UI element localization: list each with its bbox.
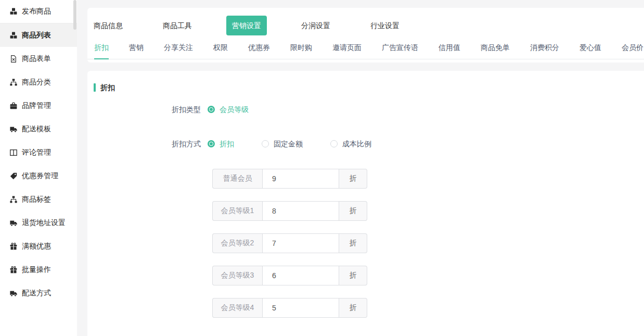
discount-mode-option-1[interactable]: 折扣 xyxy=(208,139,234,148)
discount-type-option-1[interactable]: 会员等级 xyxy=(208,105,249,114)
discount-row-4: 会员等级3折 xyxy=(212,266,367,285)
subtab-13[interactable]: 会员价 xyxy=(622,42,643,59)
main-tabs: 商品信息商品工具营销设置分润设置行业设置 xyxy=(87,8,644,31)
subtab-1[interactable]: 折扣 xyxy=(94,42,109,59)
truck-icon xyxy=(10,219,17,227)
sidebar-item-1[interactable]: 发布商品 xyxy=(0,0,77,23)
discount-unit-label: 折 xyxy=(339,201,367,221)
discount-level-label: 会员等级3 xyxy=(212,266,262,285)
truck-icon xyxy=(10,126,17,133)
tag-icon xyxy=(10,172,17,180)
subtab-8[interactable]: 广告宣传语 xyxy=(382,42,418,59)
subtab-9[interactable]: 信用值 xyxy=(439,42,460,59)
subtab-10[interactable]: 商品免单 xyxy=(481,42,510,59)
section-accent-bar xyxy=(94,83,96,92)
radio-label: 折扣 xyxy=(220,139,234,148)
discount-unit-label: 折 xyxy=(339,233,367,253)
subtab-5[interactable]: 优惠券 xyxy=(248,42,270,59)
discount-unit-label: 折 xyxy=(339,266,367,285)
sidebar-item-6[interactable]: 配送模板 xyxy=(0,117,77,141)
radio-unchecked-icon[interactable] xyxy=(262,140,269,147)
form-row-discount-mode: 折扣方式 折扣固定金额成本比例 xyxy=(87,139,644,148)
discount-value-input[interactable] xyxy=(262,298,339,318)
sidebar-item-label: 批量操作 xyxy=(22,265,51,275)
sidebar-item-10[interactable]: 退货地址设置 xyxy=(0,211,77,234)
sidebar-item-4[interactable]: 商品分类 xyxy=(0,70,77,94)
sitemap-icon xyxy=(10,196,17,203)
radio-label: 会员等级 xyxy=(220,105,249,114)
tab-1[interactable]: 商品信息 xyxy=(94,20,123,31)
briefcase-icon xyxy=(10,102,17,109)
sidebar-item-2[interactable]: 商品列表 xyxy=(0,23,77,47)
tab-5[interactable]: 行业设置 xyxy=(370,20,400,31)
sidebar-item-label: 评论管理 xyxy=(22,148,51,157)
sidebar-item-13[interactable]: 配送方式 xyxy=(0,281,77,305)
discount-value-input[interactable] xyxy=(262,266,339,285)
tabs-card: 商品信息商品工具营销设置分润设置行业设置 折扣营销分享关注权限优惠券限时购邀请页… xyxy=(87,8,644,63)
discount-type-radio-group: 会员等级 xyxy=(208,105,249,114)
sidebar-item-label: 发布商品 xyxy=(22,7,51,16)
gift-icon xyxy=(10,243,17,250)
radio-unchecked-icon[interactable] xyxy=(330,140,338,147)
radio-checked-icon[interactable] xyxy=(208,140,215,147)
discount-unit-label: 折 xyxy=(339,298,367,318)
sidebar-item-label: 优惠券管理 xyxy=(22,171,58,181)
sidebar-item-label: 商品分类 xyxy=(22,78,51,87)
sidebar-item-label: 商品标签 xyxy=(22,195,51,204)
form-row-discount-type: 折扣类型 会员等级 xyxy=(87,105,644,114)
sidebar-item-11[interactable]: 满额优惠 xyxy=(0,234,77,258)
sidebar-scrollbar-thumb[interactable] xyxy=(73,0,76,30)
discount-row-1: 普通会员折 xyxy=(212,169,367,189)
sub-tabs: 折扣营销分享关注权限优惠券限时购邀请页面广告宣传语信用值商品免单消费积分爱心值会… xyxy=(87,42,644,59)
cubes-icon xyxy=(10,32,17,39)
truck-icon xyxy=(10,290,17,297)
sidebar-item-3[interactable]: 商品表单 xyxy=(0,47,77,70)
discount-value-input[interactable] xyxy=(262,169,339,189)
sidebar-item-label: 商品表单 xyxy=(22,54,51,64)
discount-row-5: 会员等级4折 xyxy=(212,298,367,318)
radio-checked-icon[interactable] xyxy=(208,106,215,113)
discount-rows: 普通会员折会员等级1折会员等级2折会员等级3折会员等级4折 xyxy=(212,169,644,318)
discount-mode-option-2[interactable]: 固定金额 xyxy=(262,139,303,148)
discount-level-label: 会员等级1 xyxy=(212,201,262,221)
sidebar-item-5[interactable]: 品牌管理 xyxy=(0,94,77,117)
discount-mode-radio-group: 折扣固定金额成本比例 xyxy=(208,139,371,148)
radio-label: 固定金额 xyxy=(274,139,303,148)
sidebar-item-7[interactable]: 评论管理 xyxy=(0,141,77,164)
sidebar-nav: 发布商品商品列表商品表单商品分类品牌管理配送模板评论管理优惠券管理商品标签退货地… xyxy=(0,0,77,305)
sidebar-item-label: 满额优惠 xyxy=(22,242,51,251)
discount-value-input[interactable] xyxy=(262,233,339,253)
subtab-2[interactable]: 营销 xyxy=(129,42,144,59)
discount-unit-label: 折 xyxy=(339,169,367,189)
sidebar-item-12[interactable]: 批量操作 xyxy=(0,258,77,281)
discount-row-2: 会员等级1折 xyxy=(212,201,367,221)
discount-row-3: 会员等级2折 xyxy=(212,233,367,253)
subtab-12[interactable]: 爱心值 xyxy=(579,42,601,59)
sidebar-item-9[interactable]: 商品标签 xyxy=(0,188,77,211)
subtab-3[interactable]: 分享关注 xyxy=(164,42,193,59)
subtab-11[interactable]: 消费积分 xyxy=(530,42,559,59)
sidebar-item-label: 配送模板 xyxy=(22,125,51,134)
discount-level-label: 会员等级4 xyxy=(212,298,262,318)
discount-level-label: 普通会员 xyxy=(212,169,262,189)
subtab-7[interactable]: 邀请页面 xyxy=(332,42,362,59)
discount-mode-option-3[interactable]: 成本比例 xyxy=(330,139,371,148)
sidebar-item-label: 配送方式 xyxy=(22,289,51,298)
sidebar: 发布商品商品列表商品表单商品分类品牌管理配送模板评论管理优惠券管理商品标签退货地… xyxy=(0,0,77,336)
columns-icon xyxy=(10,149,17,156)
gift-icon xyxy=(10,266,17,273)
discount-type-label: 折扣类型 xyxy=(87,105,201,114)
cubes-icon xyxy=(10,8,17,15)
sidebar-item-label: 商品列表 xyxy=(22,31,51,40)
subtab-6[interactable]: 限时购 xyxy=(290,42,312,59)
tab-3[interactable]: 营销设置 xyxy=(226,16,267,35)
sidebar-item-8[interactable]: 优惠券管理 xyxy=(0,164,77,188)
tab-4[interactable]: 分润设置 xyxy=(301,20,330,31)
content-card: 折扣 折扣类型 会员等级 折扣方式 折扣固定金额成本比例 普通会员折会员等级1折… xyxy=(87,71,644,336)
tab-2[interactable]: 商品工具 xyxy=(163,20,192,31)
sitemap-icon xyxy=(10,79,17,86)
subtab-4[interactable]: 权限 xyxy=(213,42,228,59)
discount-value-input[interactable] xyxy=(262,201,339,221)
file-excel-icon xyxy=(10,55,17,63)
section-title: 折扣 xyxy=(100,83,115,92)
